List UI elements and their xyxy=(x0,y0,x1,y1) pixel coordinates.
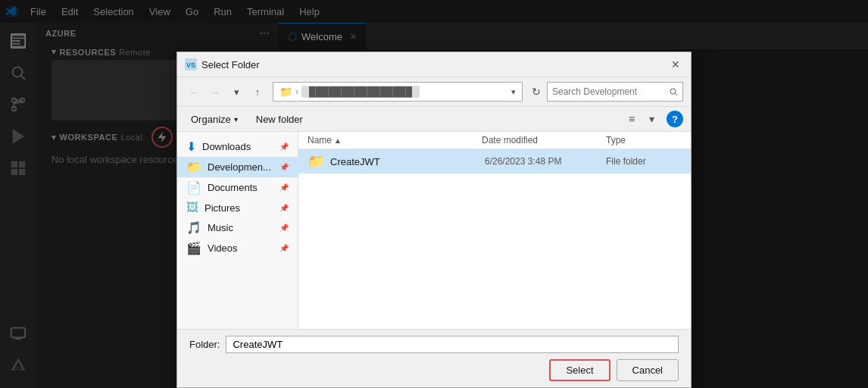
music-icon: 🎵 xyxy=(186,221,201,235)
tree-pin-icon: 📌 xyxy=(279,204,289,212)
nav-back-button[interactable]: ← xyxy=(185,83,203,101)
toolbar-view-icons: ≡ ▾ xyxy=(623,110,660,128)
dialog-titlebar: VS Select Folder ✕ xyxy=(177,52,691,77)
search-input[interactable] xyxy=(552,86,666,97)
select-folder-dialog: VS Select Folder ✕ ← → ▾ ↑ 📁 › █████████… xyxy=(176,52,692,388)
svg-point-20 xyxy=(670,89,676,94)
column-type-header[interactable]: Type xyxy=(606,135,682,146)
view-dropdown-button[interactable]: ▾ xyxy=(642,110,660,128)
help-button[interactable]: ? xyxy=(667,111,683,127)
pictures-icon: 🖼 xyxy=(186,201,198,214)
cancel-button[interactable]: Cancel xyxy=(617,359,679,381)
address-bar[interactable]: 📁 › ████████████████ ▾ xyxy=(273,82,523,102)
dialog-title: Select Folder xyxy=(201,59,260,70)
column-modified-header[interactable]: Date modified xyxy=(482,135,603,146)
tree-item-label: Music xyxy=(208,222,233,233)
search-box xyxy=(547,82,683,102)
svg-text:VS: VS xyxy=(186,61,195,69)
dialog-close-button[interactable]: ✕ xyxy=(668,57,683,72)
tree-item-label: Videos xyxy=(208,242,238,254)
file-item-modified: 6/26/2023 3:48 PM xyxy=(485,156,606,167)
file-item-createjwt[interactable]: 📁 CreateJWT 6/26/2023 3:48 PM File folde… xyxy=(298,149,691,174)
dialog-vscode-icon: VS xyxy=(185,58,197,70)
file-folder-icon: 📁 xyxy=(308,153,324,170)
folder-label: Folder: xyxy=(189,339,220,350)
organize-label: Organize xyxy=(191,114,231,125)
tree-item-downloads[interactable]: ⬇ Downloads 📌 xyxy=(177,136,298,157)
dialog-body: ⬇ Downloads 📌 📁 Developmen... 📌 📄 Docume… xyxy=(177,132,691,329)
file-list-scroll: 📁 CreateJWT 6/26/2023 3:48 PM File folde… xyxy=(298,149,691,329)
file-list-header: Name ▲ Date modified Type xyxy=(298,132,691,149)
downloads-icon: ⬇ xyxy=(186,139,196,154)
select-button[interactable]: Select xyxy=(549,359,610,381)
tree-pin-icon: 📌 xyxy=(279,244,289,252)
dialog-actions: Select Cancel xyxy=(189,359,679,381)
nav-forward-button[interactable]: → xyxy=(206,83,224,101)
dialog-overlay: VS Select Folder ✕ ← → ▾ ↑ 📁 › █████████… xyxy=(0,0,868,388)
tree-item-music[interactable]: 🎵 Music 📌 xyxy=(177,217,298,238)
folder-input[interactable] xyxy=(226,336,679,353)
tree-pin-icon: 📌 xyxy=(279,183,289,192)
nav-dropdown-button[interactable]: ▾ xyxy=(227,83,245,101)
videos-icon: 🎬 xyxy=(186,241,201,255)
tree-item-label: Documents xyxy=(208,182,258,193)
dialog-toolbar: Organize ▾ New folder ≡ ▾ ? xyxy=(177,107,691,132)
column-name-header[interactable]: Name ▲ xyxy=(308,135,479,146)
file-item-name: CreateJWT xyxy=(330,156,485,167)
tree-item-pictures[interactable]: 🖼 Pictures 📌 xyxy=(177,198,298,217)
organize-arrow: ▾ xyxy=(234,115,238,124)
tree-pin-icon: 📌 xyxy=(279,163,289,171)
folder-tree: ⬇ Downloads 📌 📁 Developmen... 📌 📄 Docume… xyxy=(177,132,298,329)
tree-item-label: Developmen... xyxy=(208,161,271,173)
address-dropdown-button[interactable]: ▾ xyxy=(511,87,516,97)
dialog-title-left: VS Select Folder xyxy=(185,58,260,70)
dialog-footer: Folder: Select Cancel xyxy=(177,329,691,387)
folder-input-row: Folder: xyxy=(189,336,679,353)
tree-item-videos[interactable]: 🎬 Videos 📌 xyxy=(177,238,298,258)
file-item-type: File folder xyxy=(606,156,682,167)
view-list-button[interactable]: ≡ xyxy=(623,110,641,128)
tree-item-development[interactable]: 📁 Developmen... 📌 xyxy=(177,157,298,177)
tree-item-label: Pictures xyxy=(205,202,240,214)
documents-icon: 📄 xyxy=(186,180,201,195)
tree-item-documents[interactable]: 📄 Documents 📌 xyxy=(177,177,298,198)
search-icon xyxy=(669,86,678,97)
nav-up-button[interactable]: ↑ xyxy=(248,83,267,101)
nav-refresh-button[interactable]: ↻ xyxy=(529,84,544,99)
new-folder-label: New folder xyxy=(256,114,303,125)
address-folder-icon: 📁 xyxy=(279,86,292,98)
organize-button[interactable]: Organize ▾ xyxy=(185,111,244,127)
dialog-nav: ← → ▾ ↑ 📁 › ████████████████ ▾ ↻ xyxy=(177,77,691,107)
tree-pin-icon: 📌 xyxy=(279,224,289,232)
new-folder-button[interactable]: New folder xyxy=(250,111,309,127)
svg-line-21 xyxy=(675,93,677,95)
development-folder-icon: 📁 xyxy=(186,160,201,174)
tree-pin-icon: 📌 xyxy=(279,142,289,151)
sort-arrow-icon: ▲ xyxy=(334,136,342,145)
file-list-area: Name ▲ Date modified Type 📁 CreateJWT 6/… xyxy=(298,132,691,329)
address-path: ████████████████ xyxy=(301,86,420,98)
tree-item-label: Downloads xyxy=(202,141,251,152)
address-separator: › xyxy=(295,86,298,97)
